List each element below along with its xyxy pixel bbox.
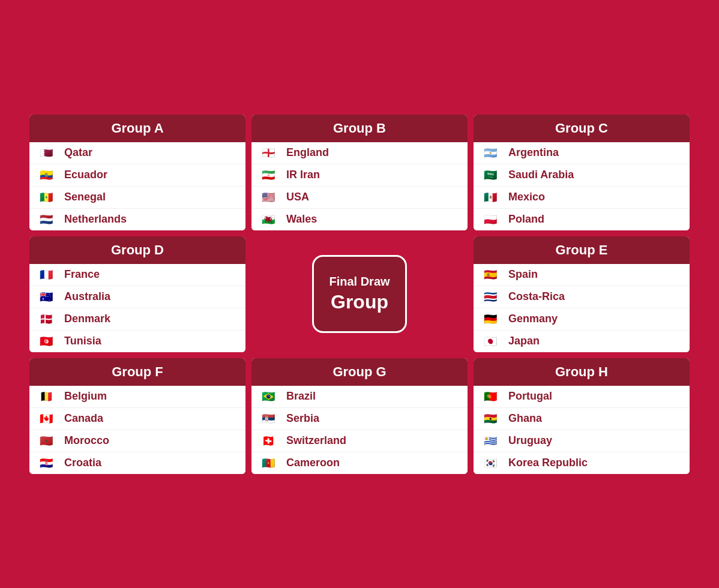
group-c-card: Group C 🇦🇷 Argentina 🇸🇦 Saudi Arabia 🇲🇽 … <box>474 115 690 230</box>
table-row: 🇪🇸 Spain <box>474 264 690 286</box>
team-name: Switzerland <box>286 434 346 447</box>
japan-flag: 🇯🇵 <box>480 334 501 349</box>
table-row: 🇨🇲 Cameroon <box>251 452 468 474</box>
table-row: 🇨🇦 Canada <box>29 408 245 430</box>
table-row: 🇵🇹 Portugal <box>474 386 690 408</box>
table-row: 🇯🇵 Japan <box>474 331 690 352</box>
table-row: 🇷🇸 Serbia <box>251 408 468 430</box>
team-name: Korea Republic <box>508 457 588 469</box>
table-row: 🏴󠁧󠁢󠁷󠁬󠁳󠁿 Wales <box>251 209 468 230</box>
team-name: Spain <box>508 268 538 281</box>
team-name: Ecuador <box>64 169 107 181</box>
table-row: 🇪🇨 Ecuador <box>29 164 245 187</box>
team-name: Poland <box>508 213 544 226</box>
group-b-header: Group B <box>251 115 468 142</box>
team-name: IR Iran <box>286 169 320 181</box>
group-h-header: Group H <box>474 358 690 386</box>
team-name: USA <box>286 191 309 203</box>
team-name: Portugal <box>508 390 552 403</box>
table-row: 🇺🇸 USA <box>251 187 468 209</box>
team-name: Costa-Rica <box>508 290 565 303</box>
table-row: 🇲🇽 Mexico <box>474 187 690 209</box>
table-row: 🇬🇭 Ghana <box>474 408 690 430</box>
table-row: 🇹🇳 Tunisia <box>29 331 245 352</box>
table-row: 🇨🇷 Costa-Rica <box>474 286 690 308</box>
group-f-header: Group F <box>29 358 245 386</box>
saudi-flag: 🇸🇦 <box>480 168 501 182</box>
team-name: Denmark <box>64 313 110 325</box>
group-a-header: Group A <box>29 115 245 142</box>
group-e-card: Group E 🇪🇸 Spain 🇨🇷 Costa-Rica 🇩🇪 Genman… <box>474 236 690 352</box>
switzerland-flag: 🇨🇭 <box>257 434 279 448</box>
team-name: Brazil <box>286 390 316 403</box>
team-name: Saudi Arabia <box>508 169 574 181</box>
england-flag: 🏴󠁧󠁢󠁥󠁮󠁧󠁿 <box>257 146 279 160</box>
morocco-flag: 🇲🇦 <box>35 434 57 448</box>
final-draw-line2: Group <box>329 291 390 313</box>
table-row: 🇦🇺 Australia <box>29 286 245 308</box>
iran-flag: 🇮🇷 <box>257 168 279 182</box>
table-row: 🇰🇷 Korea Republic <box>474 452 690 474</box>
table-row: 🏴󠁧󠁢󠁥󠁮󠁧󠁿 England <box>251 142 468 164</box>
team-name: Tunisia <box>64 335 101 347</box>
group-b-card: Group B 🏴󠁧󠁢󠁥󠁮󠁧󠁿 England 🇮🇷 IR Iran 🇺🇸 US… <box>251 115 468 230</box>
brazil-flag: 🇧🇷 <box>257 389 279 404</box>
team-name: Wales <box>286 213 317 226</box>
final-draw-box: Final Draw Group <box>312 255 406 333</box>
table-row: 🇩🇰 Denmark <box>29 308 245 331</box>
croatia-flag: 🇭🇷 <box>35 456 57 470</box>
germany-flag: 🇩🇪 <box>480 312 501 326</box>
team-name: Serbia <box>286 412 319 425</box>
table-row: 🇫🇷 France <box>29 264 245 286</box>
denmark-flag: 🇩🇰 <box>35 312 57 326</box>
group-f-card: Group F 🇧🇪 Belgium 🇨🇦 Canada 🇲🇦 Morocco … <box>29 358 245 474</box>
table-row: 🇨🇭 Switzerland <box>251 430 468 452</box>
table-row: 🇭🇷 Croatia <box>29 452 245 474</box>
netherlands-flag: 🇳🇱 <box>35 212 57 227</box>
team-name: Genmany <box>508 313 558 325</box>
ecuador-flag: 🇪🇨 <box>35 168 57 182</box>
table-row: 🇺🇾 Uruguay <box>474 430 690 452</box>
team-name: England <box>286 146 329 159</box>
cameroon-flag: 🇨🇲 <box>257 456 279 470</box>
group-h-card: Group H 🇵🇹 Portugal 🇬🇭 Ghana 🇺🇾 Uruguay … <box>474 358 690 474</box>
center-cell: Final Draw Group <box>251 236 468 352</box>
team-name: Argentina <box>508 146 559 159</box>
team-name: Canada <box>64 412 103 425</box>
poland-flag: 🇵🇱 <box>480 212 501 227</box>
ghana-flag: 🇬🇭 <box>480 412 501 426</box>
mexico-flag: 🇲🇽 <box>480 190 501 205</box>
team-name: Cameroon <box>286 457 340 469</box>
team-name: Senegal <box>64 191 106 203</box>
table-row: 🇲🇦 Morocco <box>29 430 245 452</box>
group-e-header: Group E <box>474 236 690 264</box>
australia-flag: 🇦🇺 <box>35 290 57 304</box>
argentina-flag: 🇦🇷 <box>480 146 501 160</box>
wales-flag: 🏴󠁧󠁢󠁷󠁬󠁳󠁿 <box>257 212 279 227</box>
team-name: Morocco <box>64 434 109 447</box>
group-a-card: Group A 🇶🇦 Qatar 🇪🇨 Ecuador 🇸🇳 Senegal 🇳… <box>29 115 245 230</box>
group-d-header: Group D <box>29 236 245 264</box>
groups-grid: Group A 🇶🇦 Qatar 🇪🇨 Ecuador 🇸🇳 Senegal 🇳… <box>29 115 690 474</box>
uruguay-flag: 🇺🇾 <box>480 434 501 448</box>
serbia-flag: 🇷🇸 <box>257 412 279 426</box>
group-g-card: Group G 🇧🇷 Brazil 🇷🇸 Serbia 🇨🇭 Switzerla… <box>251 358 468 474</box>
costarica-flag: 🇨🇷 <box>480 290 501 304</box>
tunisia-flag: 🇹🇳 <box>35 334 57 349</box>
table-row: 🇩🇪 Genmany <box>474 308 690 331</box>
table-row: 🇸🇦 Saudi Arabia <box>474 164 690 187</box>
team-name: Belgium <box>64 390 107 403</box>
qatar-flag: 🇶🇦 <box>35 146 57 160</box>
team-name: Mexico <box>508 191 545 203</box>
portugal-flag: 🇵🇹 <box>480 389 501 404</box>
belgium-flag: 🇧🇪 <box>35 389 57 404</box>
table-row: 🇦🇷 Argentina <box>474 142 690 164</box>
table-row: 🇶🇦 Qatar <box>29 142 245 164</box>
spain-flag: 🇪🇸 <box>480 268 501 282</box>
team-name: Japan <box>508 335 540 347</box>
table-row: 🇸🇳 Senegal <box>29 187 245 209</box>
table-row: 🇧🇷 Brazil <box>251 386 468 408</box>
group-g-header: Group G <box>251 358 468 386</box>
senegal-flag: 🇸🇳 <box>35 190 57 205</box>
final-draw-line1: Final Draw <box>329 275 390 289</box>
